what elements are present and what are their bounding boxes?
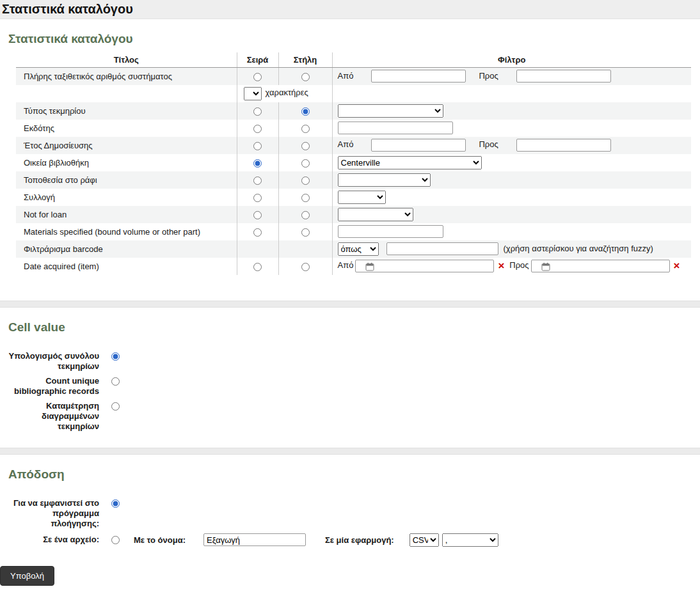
date-acquired-from-input[interactable] (355, 260, 494, 272)
row-title: Τοποθεσία στο ράφι (16, 171, 237, 189)
col-header-column: Στήλη (278, 52, 332, 68)
barcode-operator-select[interactable]: όπως (338, 242, 379, 256)
cell-value-items-radio[interactable] (111, 352, 120, 361)
output-section: Απόδοση Για να εμφανιστεί στο πρόγραμμα … (0, 455, 700, 547)
publisher-filter-input[interactable] (338, 122, 453, 134)
materials-row-radio[interactable] (253, 228, 262, 237)
clear-date-to-icon[interactable]: × (674, 260, 680, 272)
table-row-materials: Materials specified (bound volume or oth… (16, 223, 691, 240)
cell-value-option-deleted-items: Καταμέτρηση διαγραμμένων τεκμηρίων (8, 401, 691, 432)
cell-value-legend: Cell value (8, 320, 691, 334)
homelibrary-row-radio[interactable] (253, 159, 262, 168)
cell-value-deleted-items-radio[interactable] (111, 402, 120, 411)
table-row-publication-year: Έτος Δημοσίευσης ΑπόΠρος (16, 137, 691, 154)
from-label: Από (338, 260, 354, 270)
calendar-icon[interactable] (541, 262, 550, 271)
application-label: Σε μία εφαρμογή: (325, 535, 394, 545)
publisher-row-radio[interactable] (253, 125, 262, 133)
output-to-screen-radio[interactable] (111, 499, 120, 508)
date-acquired-to-input[interactable] (531, 260, 670, 272)
col-header-filter: Φίλτρο (332, 52, 691, 68)
separator-select[interactable]: , (442, 533, 498, 547)
statistics-section: Στατιστικά καταλόγου Τίτλος Σειρά Στήλη … (0, 19, 700, 301)
calendar-icon[interactable] (365, 262, 374, 271)
publisher-column-radio[interactable] (301, 125, 310, 133)
cell-value-option-unique-records: Count unique bibliographic records (8, 376, 691, 396)
collection-column-radio[interactable] (301, 194, 310, 202)
homelibrary-filter-select[interactable]: Centerville (338, 156, 482, 169)
callnumber-column-radio[interactable] (301, 73, 310, 81)
row-title: Οικεία βιβλιοθήκη (16, 154, 237, 171)
table-row-shelving-location: Τοποθεσία στο ράφι (16, 171, 691, 189)
table-header-row: Τίτλος Σειρά Στήλη Φίλτρο (16, 52, 691, 68)
location-filter-select[interactable] (338, 173, 431, 187)
option-label: Count unique bibliographic records (8, 376, 99, 396)
row-title: Πλήρης ταξιθετικός αριθμός συστήματος (16, 68, 237, 85)
callnumber-length-select[interactable] (244, 87, 262, 100)
collection-filter-select[interactable] (338, 191, 386, 204)
table-row-callnumber-length: χαρακτήρες (16, 85, 691, 102)
table-row-callnumber: Πλήρης ταξιθετικός αριθμός συστήματος Απ… (16, 68, 691, 85)
row-title: Τύπος τεκμηρίου (16, 102, 237, 120)
option-label: Για να εμφανιστεί στο πρόγραμμα πλοήγηση… (8, 498, 99, 529)
table-row-home-library: Οικεία βιβλιοθήκη Centerville (16, 154, 691, 171)
to-label: Προς (479, 139, 498, 149)
row-title: Συλλογή (16, 189, 237, 206)
itemtype-column-radio[interactable] (301, 107, 310, 116)
characters-label: χαρακτήρες (266, 88, 308, 97)
itemtype-filter-select[interactable] (338, 104, 443, 118)
materials-column-radio[interactable] (301, 228, 310, 237)
row-title: Materials specified (bound volume or oth… (16, 223, 237, 240)
option-label: Καταμέτρηση διαγραμμένων τεκμηρίων (8, 401, 99, 432)
notforloan-row-radio[interactable] (253, 211, 262, 219)
pubyear-row-radio[interactable] (253, 142, 262, 150)
notforloan-filter-select[interactable] (338, 208, 413, 221)
output-to-file-radio[interactable] (111, 536, 120, 544)
barcode-filter-input[interactable] (386, 242, 498, 255)
pubyear-column-radio[interactable] (301, 142, 310, 150)
col-header-row: Σειρά (237, 52, 278, 68)
cell-value-unique-records-radio[interactable] (111, 377, 120, 386)
output-legend: Απόδοση (8, 467, 691, 482)
row-title: Date acquired (item) (16, 258, 237, 275)
to-label: Προς (509, 260, 529, 270)
col-header-title: Τίτλος (16, 52, 237, 68)
pubyear-from-input[interactable] (371, 139, 466, 152)
filename-label: Με το όνομα: (134, 535, 186, 545)
location-row-radio[interactable] (253, 177, 262, 185)
filename-input[interactable] (203, 533, 306, 546)
file-format-select[interactable]: CSV (410, 533, 439, 547)
output-option-file: Σε ένα αρχείο: Με το όνομα: Σε μία εφαρμ… (8, 533, 691, 547)
section-divider (0, 448, 700, 455)
option-label: Υπολογισμός συνόλου τεκμηρίων (8, 351, 99, 372)
callnumber-row-radio[interactable] (253, 73, 262, 81)
collection-row-radio[interactable] (253, 194, 262, 202)
page-header-bar: Στατιστικά καταλόγου (0, 0, 700, 19)
row-title: Εκδότης (16, 120, 237, 137)
notforloan-column-radio[interactable] (301, 211, 310, 219)
location-column-radio[interactable] (301, 177, 310, 185)
callnumber-to-input[interactable] (516, 70, 611, 82)
table-row-collection: Συλλογή (16, 189, 691, 206)
cell-value-option-items: Υπολογισμός συνόλου τεκμηρίων (8, 351, 691, 372)
dateacquired-column-radio[interactable] (301, 263, 310, 271)
statistics-table: Τίτλος Σειρά Στήλη Φίλτρο Πλήρης ταξιθετ… (16, 52, 691, 275)
row-title: Φιλτράρισμα barcode (16, 240, 237, 258)
homelibrary-column-radio[interactable] (301, 159, 310, 168)
to-label: Προς (479, 71, 498, 81)
clear-date-from-icon[interactable]: × (498, 260, 504, 272)
table-row-itemtype: Τύπος τεκμηρίου (16, 102, 691, 120)
from-label: Από (338, 71, 354, 81)
statistics-legend: Στατιστικά καταλόγου (8, 32, 691, 46)
option-label: Σε ένα αρχείο: (8, 535, 99, 545)
callnumber-from-input[interactable] (371, 70, 466, 82)
materials-filter-input[interactable] (338, 225, 443, 238)
itemtype-row-radio[interactable] (253, 107, 262, 116)
submit-button[interactable]: Υποβολή (0, 566, 54, 586)
table-row-barcode: Φιλτράρισμα barcode όπως(χρήση αστερίσκο… (16, 240, 691, 258)
section-divider (0, 301, 700, 308)
from-label: Από (338, 139, 354, 149)
pubyear-to-input[interactable] (516, 139, 611, 152)
page-title: Στατιστικά καταλόγου (2, 2, 133, 17)
dateacquired-row-radio[interactable] (253, 263, 262, 271)
